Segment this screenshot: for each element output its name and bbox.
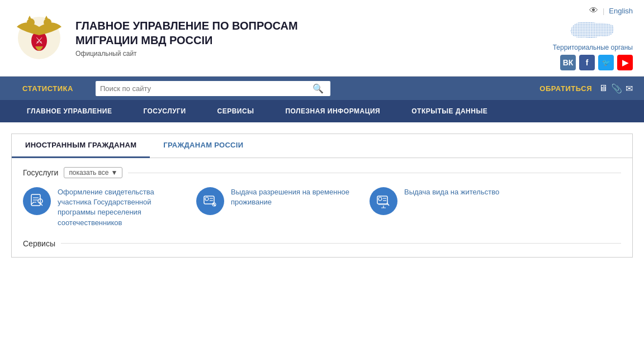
- territorial-organs: Территориальные органы: [553, 19, 633, 51]
- stat-link[interactable]: СТАТИСТИКА: [11, 84, 84, 93]
- residence-icon: [376, 193, 391, 209]
- nav-item-poleznaya[interactable]: ПОЛЕЗНАЯ ИНФОРМАЦИЯ: [269, 100, 396, 122]
- header-subtitle: Официальный сайт: [75, 50, 298, 58]
- phone-icon: 📎: [611, 83, 622, 94]
- contact-icons: 🖥 📎 ✉: [599, 83, 633, 94]
- service-icon-2: [196, 187, 224, 215]
- lang-english-link[interactable]: English: [609, 7, 633, 15]
- show-all-button[interactable]: показать все ▼: [64, 167, 122, 178]
- servisy-divider: [61, 243, 621, 244]
- dropdown-arrow-icon: ▼: [111, 169, 118, 177]
- permit-icon: [202, 193, 218, 209]
- eye-icon[interactable]: 👁: [589, 6, 598, 16]
- gosuslugi-section-header: Госуслуги показать все ▼: [23, 167, 621, 178]
- fb-icon[interactable]: f: [579, 55, 595, 70]
- content-area: ИНОСТРАННЫМ ГРАЖДАНАМ ГРАЖДАНАМ РОССIИ Г…: [0, 122, 644, 269]
- header-right: 👁 | English Территориальные органы ВК f …: [542, 6, 633, 70]
- tabs-header: ИНОСТРАННЫМ ГРАЖДАНАМ ГРАЖДАНАМ РОССIИ: [12, 134, 632, 158]
- header: ⚔ ГЛАВНОЕ УПРАВЛЕНИЕ ПО ВОПРОСАМ МИГРАЦИ…: [0, 0, 644, 77]
- passport-icon: [29, 193, 45, 209]
- svg-text:⚔: ⚔: [35, 36, 43, 45]
- service-card-2: Выдача разрешения на временное проживани…: [196, 187, 353, 228]
- nav-item-servisy[interactable]: СЕРВИСЫ: [202, 100, 270, 122]
- tabs-container: ИНОСТРАННЫМ ГРАЖДАНАМ ГРАЖДАНАМ РОССIИ Г…: [11, 134, 633, 258]
- nav-bar: СТАТИСТИКА 🔍 ОБРАТИТЬСЯ 🖥 📎 ✉: [0, 77, 644, 100]
- nav-item-gosuslugi[interactable]: ГОСУСЛУГИ: [127, 100, 201, 122]
- tab-russian-citizens[interactable]: ГРАЖДАНАМ РОССIИ: [150, 134, 257, 158]
- russia-map: [567, 19, 618, 41]
- nav-item-otkrytye[interactable]: ОТКРЫТЫЕ ДАННЫЕ: [396, 100, 503, 122]
- top-links: 👁 | English: [589, 6, 633, 16]
- svg-point-19: [378, 197, 382, 201]
- services-grid: Оформление свидетельства участника Госуд…: [23, 187, 621, 228]
- svg-point-3: [27, 18, 35, 26]
- service-icon-3: [370, 187, 397, 215]
- mail-icon: ✉: [626, 83, 633, 94]
- section-divider: [128, 173, 621, 173]
- servisy-title: Сервисы: [23, 239, 55, 248]
- service-card-3: Выдача вида на жительство: [370, 187, 526, 228]
- search-input[interactable]: [100, 84, 310, 93]
- tab-foreign-citizens[interactable]: ИНОСТРАННЫМ ГРАЖДАНАМ: [12, 134, 150, 158]
- social-icons: ВК f 🐦 ▶: [560, 55, 633, 70]
- svg-point-4: [44, 18, 51, 26]
- service-icon-1: [23, 187, 51, 215]
- search-bar: 🔍: [96, 81, 330, 96]
- service-card-1: Оформление свидетельства участника Госуд…: [23, 187, 179, 228]
- nav-item-glavnoe[interactable]: ГЛАВНОЕ УПРАВЛЕНИЕ: [11, 100, 127, 122]
- contact-label[interactable]: ОБРАТИТЬСЯ: [539, 84, 592, 93]
- main-nav: ГЛАВНОЕ УПРАВЛЕНИЕ ГОСУСЛУГИ СЕРВИСЫ ПОЛ…: [0, 100, 644, 122]
- vk-icon[interactable]: ВК: [560, 55, 576, 70]
- yt-icon[interactable]: ▶: [617, 55, 633, 70]
- title-line1: ГЛАВНОЕ УПРАВЛЕНИЕ ПО ВОПРОСАМ: [75, 20, 298, 32]
- tw-icon[interactable]: 🐦: [598, 55, 614, 70]
- service-text-1[interactable]: Оформление свидетельства участника Госуд…: [58, 187, 179, 228]
- territorial-organs-link[interactable]: Территориальные органы: [553, 44, 633, 51]
- gosuslugi-title: Госуслуги: [23, 168, 58, 177]
- header-title: ГЛАВНОЕ УПРАВЛЕНИЕ ПО ВОПРОСАМ МИГРАЦИИ …: [75, 18, 298, 58]
- emblem-logo: ⚔: [11, 10, 67, 66]
- logo-area: ⚔ ГЛАВНОЕ УПРАВЛЕНИЕ ПО ВОПРОСАМ МИГРАЦИ…: [11, 10, 542, 66]
- servisy-section: Сервисы: [23, 239, 621, 248]
- title-line2: МИГРАЦИИ МВД РОССIИ: [75, 34, 212, 46]
- tab-content-foreign: Госуслуги показать все ▼: [12, 158, 632, 257]
- service-text-2[interactable]: Выдача разрешения на временное проживани…: [231, 187, 353, 207]
- search-button[interactable]: 🔍: [310, 83, 326, 94]
- service-text-3[interactable]: Выдача вида на жительство: [404, 187, 499, 197]
- monitor-icon: 🖥: [599, 83, 608, 93]
- svg-point-12: [205, 197, 209, 201]
- nav-right: ОБРАТИТЬСЯ 🖥 📎 ✉: [539, 83, 633, 94]
